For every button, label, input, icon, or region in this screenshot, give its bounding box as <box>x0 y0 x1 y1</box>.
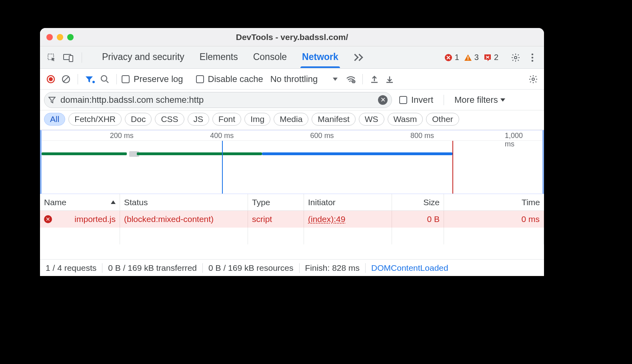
chip-all[interactable]: All <box>44 113 65 126</box>
table-body: ✕ imported.js (blocked:mixed-content) sc… <box>40 211 544 259</box>
chip-media[interactable]: Media <box>274 113 308 126</box>
load-marker <box>452 141 453 194</box>
svg-point-11 <box>49 77 53 81</box>
checkbox-icon <box>122 75 130 83</box>
preserve-log-label: Preserve log <box>134 74 183 84</box>
checkbox-icon <box>196 75 204 83</box>
separator <box>116 74 117 84</box>
status-domcontentloaded: DOMContentLoaded <box>366 263 448 273</box>
filter-icon[interactable] <box>83 72 96 86</box>
search-icon[interactable] <box>98 72 112 86</box>
table-row-empty <box>40 228 544 244</box>
panel-tabbar: Privacy and security Elements Console Ne… <box>40 46 544 69</box>
settings-icon[interactable] <box>509 51 522 64</box>
overview-ruler: 200 ms 400 ms 600 ms 800 ms 1,000 ms <box>42 130 542 141</box>
error-icon <box>444 54 452 62</box>
chip-doc[interactable]: Doc <box>125 113 152 126</box>
throttling-select[interactable]: No throttling <box>270 74 338 84</box>
disable-cache-label: Disable cache <box>208 74 263 84</box>
blocked-icon: ✕ <box>44 215 52 223</box>
tab-privacy-security[interactable]: Privacy and security <box>100 48 186 67</box>
chip-css[interactable]: CSS <box>155 113 184 126</box>
more-filters-button[interactable]: More filters <box>454 95 505 105</box>
request-initiator[interactable]: (index):49 <box>308 214 345 224</box>
status-transferred: 0 B / 169 kB transferred <box>102 263 203 273</box>
filter-row: ✕ Invert More filters <box>40 90 544 110</box>
chip-img[interactable]: Img <box>244 113 270 126</box>
column-status[interactable]: Status <box>120 194 248 210</box>
chip-font[interactable]: Font <box>212 113 241 126</box>
invert-checkbox[interactable]: Invert <box>399 95 433 105</box>
kebab-menu-icon[interactable] <box>526 51 539 64</box>
tick-label: 400 ms <box>210 132 234 140</box>
status-finish: Finish: 828 ms <box>300 263 366 273</box>
panel-tabs: Privacy and security Elements Console Ne… <box>100 48 340 67</box>
status-resources: 0 B / 169 kB resources <box>203 263 299 273</box>
tick-label: 800 ms <box>410 132 434 140</box>
status-bar: 1 / 4 requests 0 B / 169 kB transferred … <box>40 259 544 276</box>
domcontentloaded-marker <box>222 141 223 194</box>
warning-count: 3 <box>474 53 479 62</box>
tab-elements[interactable]: Elements <box>198 48 240 67</box>
checkbox-icon <box>399 96 407 104</box>
invert-label: Invert <box>411 95 433 105</box>
disable-cache-checkbox[interactable]: Disable cache <box>196 74 263 84</box>
column-initiator[interactable]: Initiator <box>304 194 392 210</box>
chip-manifest[interactable]: Manifest <box>312 113 355 126</box>
window-title: DevTools - very.badssl.com/ <box>40 32 544 42</box>
throttling-value: No throttling <box>270 74 318 84</box>
table-row[interactable]: ✕ imported.js (blocked:mixed-content) sc… <box>40 211 544 228</box>
more-tabs-icon[interactable] <box>350 51 364 64</box>
counters[interactable]: 1 3 2 <box>444 53 498 62</box>
chevron-down-icon <box>500 98 505 102</box>
filter-input[interactable] <box>60 95 373 105</box>
tick-label: 1,000 ms <box>505 132 530 148</box>
separator <box>78 74 78 84</box>
record-button[interactable] <box>44 72 58 86</box>
svg-rect-2 <box>69 56 73 62</box>
separator <box>444 95 444 105</box>
overview-pane[interactable]: 200 ms 400 ms 600 ms 800 ms 1,000 ms <box>40 130 544 194</box>
separator <box>362 74 363 84</box>
inspect-element-icon[interactable] <box>45 51 58 64</box>
preserve-log-checkbox[interactable]: Preserve log <box>122 74 183 84</box>
request-status: (blocked:mixed-content) <box>120 211 248 228</box>
filter-input-box[interactable]: ✕ <box>44 92 392 108</box>
download-har-icon[interactable] <box>383 72 396 86</box>
svg-point-9 <box>532 60 534 62</box>
table-header: Name Status Type Initiator Size Time <box>40 194 544 211</box>
chip-wasm[interactable]: Wasm <box>388 113 423 126</box>
chip-fetch-xhr[interactable]: Fetch/XHR <box>68 113 122 126</box>
svg-point-8 <box>532 56 534 58</box>
chip-js[interactable]: JS <box>188 113 210 126</box>
error-count: 1 <box>455 53 459 62</box>
separator <box>82 52 82 63</box>
issue-count: 2 <box>494 53 498 62</box>
request-type: script <box>248 211 304 228</box>
network-conditions-icon[interactable] <box>344 72 358 86</box>
chip-ws[interactable]: WS <box>359 113 384 126</box>
svg-point-14 <box>101 76 107 81</box>
column-size[interactable]: Size <box>392 194 444 210</box>
devtools-window: DevTools - very.badssl.com/ Privacy and … <box>40 28 544 276</box>
clear-filter-icon[interactable]: ✕ <box>378 95 388 105</box>
upload-har-icon[interactable] <box>368 72 381 86</box>
column-time[interactable]: Time <box>444 194 544 210</box>
column-name[interactable]: Name <box>40 194 120 210</box>
tab-network[interactable]: Network <box>300 48 340 67</box>
chip-other[interactable]: Other <box>426 113 459 126</box>
svg-point-6 <box>514 56 517 59</box>
issue-icon <box>484 54 492 62</box>
column-type[interactable]: Type <box>248 194 304 210</box>
network-settings-icon[interactable] <box>526 72 540 86</box>
status-requests: 1 / 4 requests <box>46 263 102 273</box>
svg-point-17 <box>532 78 534 80</box>
clear-button[interactable] <box>59 72 73 86</box>
network-toolbar: Preserve log Disable cache No throttling <box>40 69 544 90</box>
request-name: imported.js <box>74 214 116 224</box>
titlebar: DevTools - very.badssl.com/ <box>40 28 544 46</box>
request-size: 0 B <box>392 211 444 228</box>
device-toolbar-icon[interactable] <box>62 51 75 64</box>
svg-line-13 <box>63 76 69 82</box>
tab-console[interactable]: Console <box>252 48 288 67</box>
